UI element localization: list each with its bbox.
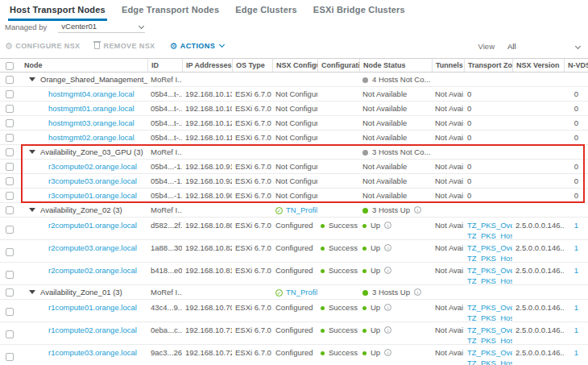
node-link[interactable]: r3compute03.orange.local [24,176,137,185]
select-all-checkbox[interactable] [6,62,14,70]
column-header-ip-addresses[interactable]: IP Addresses [182,59,232,72]
collapse-caret-icon[interactable] [29,150,35,154]
tn-profile-link[interactable]: TN_Profil... [286,205,317,214]
transport-zone-link[interactable]: TZ_PKS_Hos... [467,276,512,284]
node-link[interactable]: r1compute02.orange.local [24,326,137,334]
transport-zone-link[interactable]: TZ_PKS_Ove... [467,302,512,313]
node-status-cell: 3 Hosts Not Co... [359,145,432,159]
nvds-count-link[interactable]: 1 [574,326,578,334]
nvds-count-link[interactable]: 1 [574,303,578,312]
remove-nsx-button[interactable]: REMOVE NSX [94,42,155,50]
node-link[interactable]: hostmgmt02.orange.local [24,133,135,142]
os-type-cell [232,203,272,217]
row-checkbox[interactable] [6,192,14,200]
row-checkbox[interactable] [6,163,14,171]
row-checkbox[interactable] [6,90,14,98]
node-link[interactable]: hostmgmt01.orange.local [24,104,135,113]
transport-zone-link[interactable]: TZ_PKS_Hos... [467,358,512,365]
tab-edge-clusters[interactable]: Edge Clusters [234,3,299,19]
table-row: r2compute03.orange.local1a88...30...192.… [0,240,588,263]
collapse-caret-icon[interactable] [29,290,35,294]
column-header-nsx-version[interactable]: NSX Version [512,59,564,72]
tab-edge-transport-nodes[interactable]: Edge Transport Nodes [120,3,221,19]
configuration-status-text: Success [329,303,358,312]
group-name: Availability_Zone_01 (3) [40,288,122,297]
row-checkbox[interactable] [6,177,14,185]
row-checkbox-cell [0,102,21,115]
managed-by-select[interactable]: vCenter01 [58,21,145,33]
transport-zones-text: 0 [467,116,512,130]
node-status-cell: Upi [359,345,432,365]
nsx-configuration-cell: Configured [272,263,317,284]
row-checkbox[interactable] [6,288,14,297]
info-icon: i [414,206,421,214]
node-cell: Availability_Zone_02 (3) [21,203,147,217]
nvds-count-link[interactable]: 1 [574,348,578,357]
transport-zone-link[interactable]: TZ_PKS_Ove... [467,325,512,335]
transport-zone-link[interactable]: TZ_PKS_Ove... [467,243,512,253]
nvds-count-cell: 0 [564,87,588,101]
transport-zone-link[interactable]: TZ_PKS_Hos... [467,313,512,321]
node-link[interactable]: hostmgmt03.orange.local [24,118,135,127]
info-icon: i [384,304,391,311]
column-header-node-status[interactable]: Node Status [359,59,432,72]
node-link[interactable]: r1compute01.orange.local [24,303,137,312]
tn-profile-link[interactable]: TN_Profil... [286,288,317,297]
collapse-caret-icon[interactable] [29,208,35,212]
node-cell: r3compute03.orange.local [21,174,147,188]
transport-zone-link[interactable]: TZ_PKS_Hos... [467,335,512,344]
row-checkbox[interactable] [6,105,14,113]
node-link[interactable]: r3compute02.orange.local [24,162,137,171]
node-link[interactable]: r2compute02.orange.local [24,266,137,275]
nvds-count-link[interactable]: 1 [574,243,578,252]
node-status-cell: Upi [359,300,432,321]
nsx-version-cell: 2.5.0.0.0.146... [512,322,564,344]
row-checkbox[interactable] [6,271,14,279]
table-row: r2compute02.orange.localb418...e0...192.… [0,263,588,285]
transport-zone-link[interactable]: TZ_PKS_Hos... [467,230,512,239]
column-header-nsx-configuration[interactable]: NSX Configuration [272,59,317,72]
column-header-id[interactable]: ID [147,59,182,72]
collapse-caret-icon[interactable] [29,77,35,81]
node-status-cell: Upi [359,322,432,344]
column-header-os-type[interactable]: OS Type [232,59,272,72]
tab-bar: Host Transport Nodes Edge Transport Node… [0,0,588,18]
column-header-node[interactable]: Node [21,59,147,72]
transport-zone-link[interactable]: TZ_PKS_Ove... [467,265,512,276]
row-checkbox[interactable] [6,226,14,234]
gear-icon: ⚙ [5,41,13,51]
node-link[interactable]: r2compute03.orange.local [24,243,137,252]
row-checkbox[interactable] [6,308,14,316]
row-checkbox[interactable] [6,330,14,338]
row-checkbox[interactable] [6,206,14,214]
row-checkbox[interactable] [6,76,14,84]
view-label: View [478,42,495,51]
id-cell: 43c4...9... [147,300,182,321]
node-cell: hostmgmt02.orange.local [21,131,147,144]
actions-button[interactable]: ⚙ACTIONS [170,41,225,52]
configure-nsx-button[interactable]: ⚙CONFIGURE NSX [5,41,80,52]
view-select[interactable]: All [507,42,582,51]
row-checkbox[interactable] [6,134,14,142]
row-checkbox[interactable] [6,353,14,361]
row-checkbox[interactable] [6,119,14,127]
tunnels-cell: Not Avai... [432,300,464,321]
node-link[interactable]: r1compute03.orange.local [24,348,137,357]
column-header-n-vds[interactable]: N-VDS [564,59,588,72]
column-header-transport-zones[interactable]: Transport Zones [464,59,512,72]
transport-zone-link[interactable]: TZ_PKS_Ove... [467,220,512,230]
row-checkbox[interactable] [6,248,14,256]
tab-host-transport-nodes[interactable]: Host Transport Nodes [8,3,107,21]
column-header-tunnels[interactable]: Tunnels [432,59,464,72]
transport-zone-link[interactable]: TZ_PKS_Ove... [467,347,512,358]
tab-esxi-bridge-clusters[interactable]: ESXi Bridge Clusters [312,3,407,19]
configuration-status-text: Success [329,243,358,252]
node-link[interactable]: r2compute01.orange.local [24,221,137,230]
nvds-count-link[interactable]: 1 [574,221,578,230]
transport-zone-link[interactable]: TZ_PKS_Hos... [467,253,512,262]
nvds-count-link[interactable]: 1 [574,266,578,275]
node-link[interactable]: hostmgmt04.orange.local [24,89,135,98]
column-header-configuration-status[interactable]: Configuration Status [317,59,359,72]
row-checkbox[interactable] [6,148,14,156]
node-link[interactable]: r3compute01.orange.local [24,191,137,200]
